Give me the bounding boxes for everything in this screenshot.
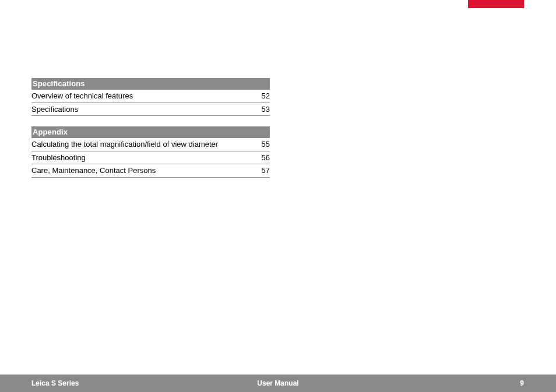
footer-page-number: 9 (520, 379, 524, 387)
toc-row: Overview of technical features 52 (31, 90, 270, 103)
toc-content: Specifications Overview of technical fea… (31, 78, 270, 178)
page-footer: Leica S Series User Manual 9 (0, 375, 556, 392)
toc-label: Calculating the total magnification/fiel… (31, 139, 251, 150)
toc-label: Overview of technical features (31, 91, 251, 101)
section-header-appendix: Appendix (31, 126, 270, 138)
toc-label: Troubleshooting (31, 153, 251, 163)
toc-page-number: 56 (251, 153, 270, 163)
footer-document-title: User Manual (0, 379, 556, 387)
toc-page-number: 55 (251, 139, 270, 150)
toc-row: Specifications 53 (31, 103, 270, 116)
edge-tab-marker (468, 0, 524, 8)
section-header-specifications: Specifications (31, 78, 270, 90)
section-gap (31, 116, 270, 126)
toc-page-number: 53 (251, 104, 270, 115)
toc-page-number: 57 (251, 165, 270, 176)
toc-row: Care, Maintenance, Contact Persons 57 (31, 164, 270, 178)
footer-product-name: Leica S Series (31, 379, 79, 387)
toc-page-number: 52 (251, 91, 270, 101)
toc-row: Calculating the total magnification/fiel… (31, 138, 270, 151)
toc-row: Troubleshooting 56 (31, 151, 270, 165)
toc-label: Care, Maintenance, Contact Persons (31, 165, 251, 176)
toc-label: Specifications (31, 104, 251, 115)
